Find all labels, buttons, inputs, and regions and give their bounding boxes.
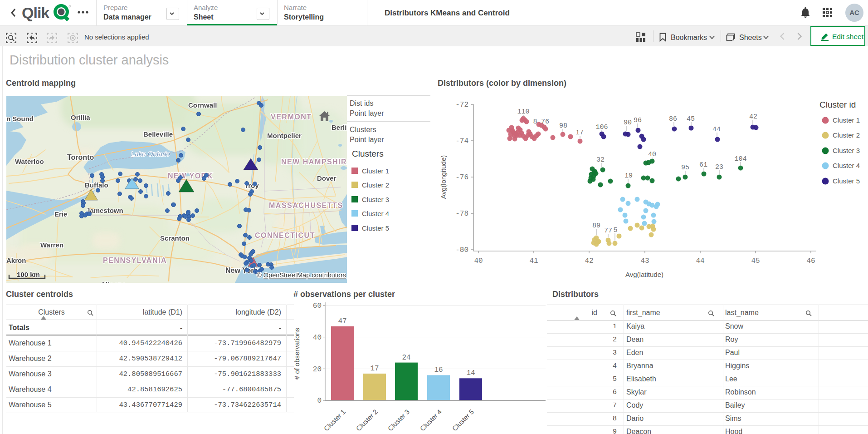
svg-text:n Sound: n Sound [6,115,34,123]
svg-text:Cluster id: Cluster id [819,100,856,109]
svg-text:110: 110 [517,108,529,116]
svg-text:46: 46 [806,257,815,265]
svg-text:47: 47 [338,317,346,326]
svg-text:Toronto: Toronto [67,153,94,161]
svg-text:Cornwall: Cornwall [188,101,217,109]
svg-text:Altoona: Altoona [101,281,126,283]
svg-text:100 km: 100 km [17,271,40,278]
svg-text:44: 44 [712,126,721,133]
svg-text:Cluster 3: Cluster 3 [386,408,411,432]
svg-text:Cluster 5: Cluster 5 [833,177,860,185]
svg-text:Lake Ontario: Lake Ontario [131,150,170,158]
svg-text:Belleville: Belleville [143,130,173,138]
svg-text:17: 17 [370,365,379,373]
svg-text:Orillia: Orillia [71,113,90,121]
svg-text:Cluster 1: Cluster 1 [322,408,347,432]
svg-text:40: 40 [313,334,322,342]
svg-text:95: 95 [681,164,689,172]
svg-text:61: 61 [699,161,707,169]
svg-text:96: 96 [634,117,642,124]
svg-text:Buffalo: Buffalo [85,181,108,189]
svg-text:Cluster 1: Cluster 1 [833,116,860,124]
svg-text:90: 90 [624,119,632,127]
svg-text:16: 16 [434,366,443,374]
svg-text:Erie: Erie [54,210,67,218]
svg-text:44: 44 [696,257,704,265]
svg-text:76: 76 [541,118,549,126]
svg-text:NEW HAMPSHIRE: NEW HAMPSHIRE [281,158,347,166]
svg-text:0: 0 [317,397,322,405]
svg-text:89: 89 [592,222,600,230]
svg-text:Warren: Warren [40,241,63,249]
svg-text:Cluster 4: Cluster 4 [419,408,443,432]
svg-text:-72: -72 [455,101,468,109]
svg-text:Cluster 4: Cluster 4 [833,162,860,169]
svg-text:Dover: Dover [317,174,336,182]
svg-text:24: 24 [402,354,410,362]
svg-text:-74: -74 [455,137,468,145]
svg-text:5: 5 [613,227,617,234]
svg-text:# of observations: # of observations [293,328,301,380]
svg-text:60: 60 [313,302,322,310]
svg-text:43: 43 [640,257,649,265]
svg-text:MASSACHUSETTS: MASSACHUSETTS [269,202,343,209]
svg-text:42: 42 [585,257,593,265]
svg-text:Jamestown: Jamestown [86,207,123,214]
svg-text:20: 20 [313,365,322,374]
svg-text:86: 86 [669,115,677,123]
svg-text:8: 8 [533,118,537,126]
svg-text:98: 98 [559,122,567,130]
svg-text:Berlin: Berlin [332,123,347,131]
svg-text:45: 45 [687,115,695,123]
svg-text:© OpenStreetMap contributors: © OpenStreetMap contributors [257,271,346,279]
svg-text:Cluster 5: Cluster 5 [451,408,475,432]
svg-text:Avg(longitude): Avg(longitude) [439,155,447,199]
svg-text:Cluster 2: Cluster 2 [355,408,379,432]
svg-text:PENNSYLVANIA: PENNSYLVANIA [103,256,167,264]
svg-text:106: 106 [595,123,608,131]
svg-text:40: 40 [474,257,483,265]
svg-text:-80: -80 [455,246,468,254]
svg-text:45: 45 [751,257,760,265]
svg-text:104: 104 [734,155,746,163]
svg-text:19: 19 [624,172,633,180]
svg-text:32: 32 [596,156,605,164]
svg-text:-76: -76 [455,173,468,182]
svg-text:Montpelier: Montpelier [267,132,302,139]
svg-text:23: 23 [715,163,723,171]
svg-text:Cluster 3: Cluster 3 [833,147,860,154]
svg-text:VERMONT: VERMONT [271,113,312,121]
svg-text:Cluster 2: Cluster 2 [833,131,860,139]
svg-text:-78: -78 [455,210,468,218]
svg-text:41: 41 [529,257,538,265]
svg-text:Akron: Akron [6,256,26,264]
svg-text:77: 77 [604,227,612,235]
svg-text:Avg(latitude): Avg(latitude) [625,271,663,278]
svg-text:40: 40 [648,151,656,158]
svg-text:CONNECTICUT: CONNECTICUT [255,232,315,239]
svg-text:14: 14 [466,369,475,377]
svg-text:Waterloo: Waterloo [15,158,44,165]
svg-text:42: 42 [749,113,757,121]
svg-text:Scranton: Scranton [160,234,190,242]
svg-text:17: 17 [575,129,584,137]
